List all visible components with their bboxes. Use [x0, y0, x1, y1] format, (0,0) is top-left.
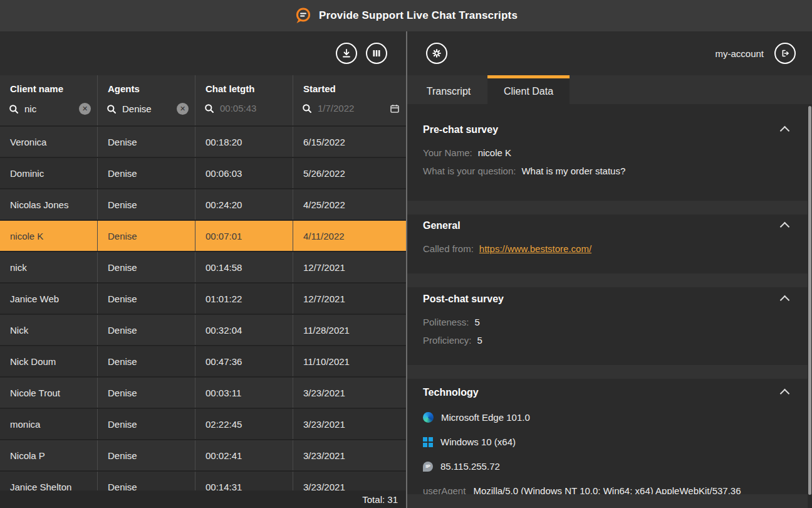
scrollbar-thumb[interactable]: [808, 106, 811, 495]
scrollbar[interactable]: [808, 104, 812, 508]
download-icon: [341, 48, 352, 59]
field-politeness: Politeness:5: [423, 317, 788, 327]
filter-value[interactable]: nic: [24, 103, 36, 114]
logout-button[interactable]: [774, 43, 796, 64]
client-cell: nick: [0, 252, 98, 282]
search-icon: [302, 103, 312, 114]
columns-toggle-button[interactable]: [366, 43, 387, 64]
download-button[interactable]: [336, 43, 357, 64]
tech-item-text: 85.115.255.72: [440, 461, 500, 472]
agent-cell: Denise: [98, 158, 195, 188]
tab-transcript[interactable]: Transcript: [410, 75, 487, 104]
detail-tabs: TranscriptClient Data: [407, 75, 812, 104]
tech-item-text: Microsoft Edge 101.0: [441, 412, 530, 423]
filter-value[interactable]: Denise: [122, 103, 152, 114]
started-cell: 11/10/2021: [293, 346, 406, 376]
table-footer: Total: 31: [0, 490, 406, 508]
field-label: What is your question:: [423, 166, 516, 176]
filter-placeholder[interactable]: 00:05:43: [220, 103, 256, 114]
client-data-content: Pre-chat surveyYour Name:nicole KWhat is…: [407, 104, 812, 508]
filter-chat-letgth[interactable]: 00:05:43: [204, 103, 286, 114]
user-agent-value: Mozilla/5.0 (Windows NT 10.0; Win64; x64…: [423, 485, 741, 494]
table-row[interactable]: Nicolas JonesDenise00:24:204/25/2022: [0, 189, 406, 221]
agent-cell: Denise: [98, 378, 195, 408]
agent-cell: Denise: [98, 409, 195, 439]
column-header-chat-letgth[interactable]: Chat letgth00:05:43: [195, 75, 293, 125]
detail-panel: my-account TranscriptClient Data Pre-cha…: [407, 31, 812, 508]
column-header-started[interactable]: Started1/7/2022: [293, 75, 406, 125]
table-row[interactable]: NickDenise00:32:0411/28/2021: [0, 315, 406, 346]
table-row[interactable]: nickDenise00:14:5812/7/2021: [0, 252, 406, 283]
field-value: 5: [474, 317, 479, 327]
client-cell: Nicola P: [0, 440, 98, 470]
table-header: Client namenic✕AgentsDenise✕Chat letgth0…: [0, 75, 406, 127]
length-cell: 02:22:45: [195, 409, 293, 439]
started-cell: 12/7/2021: [293, 283, 406, 314]
started-cell: 3/23/2021: [293, 378, 406, 408]
agent-cell: Denise: [98, 189, 195, 220]
ip-pin-icon: IP: [423, 462, 433, 472]
search-icon: [302, 103, 312, 114]
agent-cell: Denise: [98, 440, 195, 470]
table-row[interactable]: Nicole TroutDenise00:03:113/23/2021: [0, 378, 406, 409]
account-label: my-account: [715, 48, 764, 59]
length-cell: 00:06:03: [195, 158, 293, 188]
column-header-client-name[interactable]: Client namenic✕: [0, 75, 98, 125]
started-cell: 3/23/2021: [293, 409, 406, 439]
titlebar: Provide Support Live Chat Transcripts: [0, 0, 812, 31]
column-header-agents[interactable]: AgentsDenise✕: [98, 75, 195, 125]
field-your-name: Your Name:nicole K: [423, 147, 788, 158]
agent-cell: Denise: [98, 346, 195, 376]
table-row[interactable]: DominicDenise00:06:035/26/2022: [0, 158, 406, 189]
columns-toggle-icon: [372, 48, 382, 58]
table-row[interactable]: Janice SheltonDenise00:14:313/23/2021: [0, 472, 406, 490]
filter-client-name[interactable]: nic✕: [9, 103, 91, 115]
windows-os-icon: [423, 437, 433, 447]
started-cell: 5/26/2022: [293, 158, 406, 188]
section-pre-chat-survey: Pre-chat surveyYour Name:nicole KWhat is…: [407, 104, 812, 201]
column-label: Agents: [108, 83, 195, 94]
clear-filter-icon[interactable]: ✕: [79, 103, 91, 115]
calendar-icon: [390, 103, 400, 114]
section-title: Post-chat survey: [423, 294, 504, 305]
table-row[interactable]: VeronicaDenise00:18:206/15/2022: [0, 127, 406, 158]
table-row[interactable]: nicole KDenise00:07:014/11/2022: [0, 221, 406, 252]
table-row[interactable]: Nick DoumDenise00:47:3611/10/2021: [0, 346, 406, 378]
search-icon: [107, 104, 117, 114]
section-title: Pre-chat survey: [423, 124, 498, 135]
tech-item: Microsoft Edge 101.0: [423, 412, 788, 423]
app-logo-icon: [294, 7, 312, 24]
client-cell: Janice Web: [0, 283, 98, 314]
length-cell: 00:14:58: [195, 252, 293, 282]
started-cell: 11/28/2021: [293, 315, 406, 345]
search-icon: [204, 103, 214, 114]
chevron-up-icon[interactable]: [780, 222, 790, 232]
length-cell: 00:18:20: [195, 127, 293, 157]
settings-button[interactable]: [426, 43, 447, 64]
calendar-icon[interactable]: [390, 103, 400, 114]
table-row[interactable]: Janice WebDenise01:01:2212/7/2021: [0, 283, 406, 315]
client-cell: Nicole Trout: [0, 378, 98, 408]
called-from-link[interactable]: https://www.beststore.com/: [479, 243, 591, 254]
table-row[interactable]: monicaDenise02:22:453/23/2021: [0, 409, 406, 440]
search-icon: [9, 104, 19, 114]
total-count: Total: 31: [362, 494, 398, 505]
logout-icon: [779, 48, 791, 59]
field-value: nicole K: [478, 147, 511, 158]
chevron-up-icon[interactable]: [780, 126, 790, 136]
section-header: Post-chat survey: [423, 294, 788, 305]
chevron-up-icon[interactable]: [780, 389, 790, 399]
started-cell: 4/11/2022: [293, 221, 406, 251]
filter-started[interactable]: 1/7/2022: [302, 103, 400, 114]
field-value: 5: [477, 335, 482, 346]
clear-filter-icon[interactable]: ✕: [177, 103, 189, 115]
section-title: General: [423, 220, 461, 231]
column-label: Client name: [10, 83, 97, 94]
length-cell: 01:01:22: [195, 283, 293, 314]
chevron-up-icon[interactable]: [780, 295, 790, 305]
table-row[interactable]: Nicola PDenise00:02:413/23/2021: [0, 440, 406, 472]
filter-agents[interactable]: Denise✕: [107, 103, 189, 115]
agent-cell: Denise: [98, 283, 195, 314]
filter-placeholder[interactable]: 1/7/2022: [318, 103, 354, 114]
tab-client-data[interactable]: Client Data: [487, 75, 570, 104]
